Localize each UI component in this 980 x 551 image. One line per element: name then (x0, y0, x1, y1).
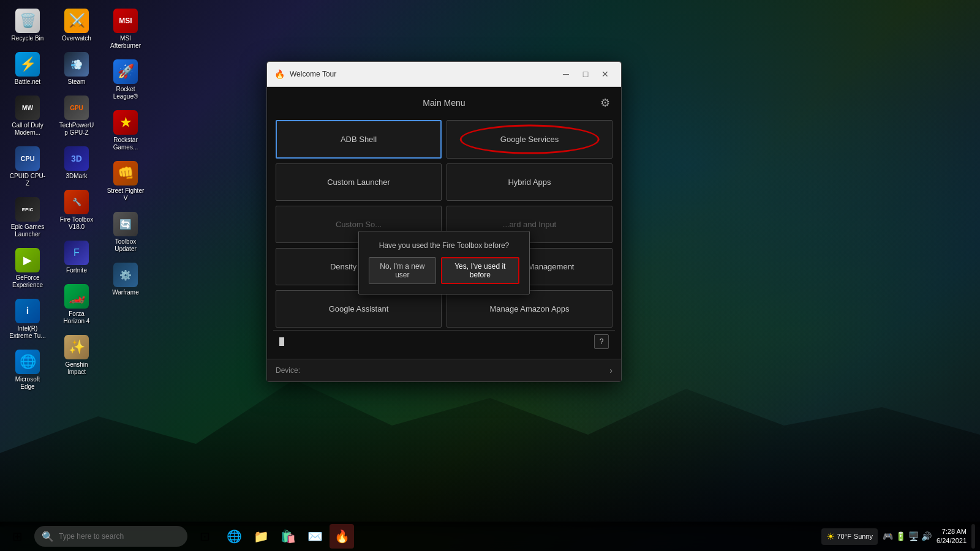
icon-sf[interactable]: 👊 Street Fighter V (104, 159, 147, 204)
new-user-button[interactable]: No, I'm a new user (369, 257, 436, 284)
edge-taskbar-icon: 🌐 (227, 529, 242, 544)
fire-taskbar-icon: 🔥 (334, 529, 350, 544)
firetoolbox-label: Fire Toolbox V18.0 (58, 216, 96, 231)
icon-cod[interactable]: MW Call of Duty Modern... (6, 93, 49, 139)
toolbox-updater-label: Toolbox Updater (107, 238, 145, 253)
help-button[interactable]: ? (594, 334, 609, 349)
steam-label: Steam (68, 78, 86, 86)
cod-icon: MW (15, 96, 40, 120)
forza-icon: 🏎️ (64, 284, 89, 309)
taskbar-clock[interactable]: 7:28 AM 6/24/2021 (937, 527, 967, 546)
device-label: Device: (276, 366, 609, 375)
icon-column-3: MSI MSI Afterburner 🚀 Rocket League® ★ R… (104, 6, 147, 299)
show-desktop-button[interactable] (971, 524, 975, 549)
explorer-taskbar-icon: 📁 (254, 529, 269, 544)
icon-column-2: ⚔️ Overwatch 💨 Steam GPU TechPowerUp GPU… (55, 6, 98, 378)
close-button[interactable]: ✕ (597, 67, 614, 81)
genshin-label: Genshin Impact (58, 361, 96, 376)
icon-cpuid[interactable]: CPU CPUID CPU-Z (6, 144, 49, 190)
custom-launcher-button[interactable]: Custom Launcher (276, 163, 442, 201)
recycle-bin-icon: 🗑️ (15, 9, 40, 33)
icon-overwatch[interactable]: ⚔️ Overwatch (55, 6, 98, 45)
icon-rocket[interactable]: 🚀 Rocket League® (104, 57, 147, 103)
popup-question: Have you used the Fire Toolbox before? (369, 241, 519, 250)
icon-warframe[interactable]: ⚙️ Warframe (104, 260, 147, 299)
epic-icon: EPIC (15, 197, 40, 222)
taskbar-search[interactable]: 🔍 (34, 526, 187, 547)
icon-techpowerup[interactable]: GPU TechPowerUp GPU-Z (55, 93, 98, 139)
icon-fortnite[interactable]: F Fortnite (55, 238, 98, 277)
icon-battlenet[interactable]: ⚡ Battle.net (6, 50, 49, 88)
start-icon: ⊞ (12, 529, 23, 544)
firetoolbox-popup: Have you used the Fire Toolbox before? N… (358, 231, 530, 294)
intel-icon: i (15, 299, 40, 323)
icon-forza[interactable]: 🏎️ Forza Horizon 4 (55, 282, 98, 328)
window-bottom-bar: ? (273, 330, 615, 353)
existing-user-button[interactable]: Yes, I've used it before (441, 257, 519, 284)
store-taskbar-button[interactable]: 🛍️ (276, 524, 300, 549)
window-header: Main Menu ⚙ (273, 93, 615, 113)
manage-amazon-button[interactable]: Manage Amazon Apps (447, 290, 612, 328)
minimize-button[interactable]: ─ (557, 67, 575, 81)
icon-edge[interactable]: 🌐 Microsoft Edge (6, 347, 49, 393)
icon-genshin[interactable]: ✨ Genshin Impact (55, 332, 98, 378)
weather-widget[interactable]: ☀ 70°F Sunny (821, 528, 878, 545)
mail-taskbar-button[interactable]: ✉️ (303, 524, 327, 549)
adb-shell-button[interactable]: ADB Shell (276, 120, 442, 159)
desktop: 🗑️ Recycle Bin ⚡ Battle.net MW Call of D… (0, 0, 980, 551)
google-services-button[interactable]: Google Services (447, 120, 612, 159)
terminal-input[interactable] (289, 337, 589, 346)
cpuid-label: CPUID CPU-Z (9, 173, 47, 187)
intel-label: Intel(R) Extreme Tu... (9, 325, 47, 340)
system-tray: 🎮 🔋 🖥️ 🔊 (883, 531, 932, 541)
msi-icon: MSI (113, 9, 138, 33)
settings-gear-icon[interactable]: ⚙ (600, 96, 610, 110)
weather-condition: Sunny (854, 533, 873, 540)
task-view-button[interactable]: ⊡ (192, 524, 217, 549)
cursor-caret (279, 337, 284, 346)
cod-label: Call of Duty Modern... (9, 122, 47, 137)
window-icon: 🔥 (274, 69, 285, 79)
start-button[interactable]: ⊞ (5, 524, 29, 549)
icon-recycle-bin[interactable]: 🗑️ Recycle Bin (6, 6, 49, 45)
popup-button-group: No, I'm a new user Yes, I've used it bef… (369, 257, 519, 284)
taskbar-date-display: 6/24/2021 (937, 536, 967, 545)
edge-label: Microsoft Edge (9, 376, 47, 391)
explorer-taskbar-button[interactable]: 📁 (249, 524, 273, 549)
geforce-icon: ▶ (15, 248, 40, 272)
maximize-button[interactable]: □ (577, 67, 594, 81)
edge-taskbar-button[interactable]: 🌐 (222, 524, 246, 549)
taskbar-search-input[interactable] (59, 532, 169, 541)
device-chevron-icon: › (609, 365, 612, 375)
3dmark-label: 3DMark (66, 173, 87, 180)
icon-rockstar[interactable]: ★ Rockstar Games... (104, 108, 147, 154)
icon-epic[interactable]: EPIC Epic Games Launcher (6, 195, 49, 241)
icon-geforce[interactable]: ▶ GeForce Experience (6, 246, 49, 291)
fire-taskbar-button[interactable]: 🔥 (330, 524, 354, 549)
techpowerup-label: TechPowerUp GPU-Z (58, 122, 96, 137)
sf-label: Street Fighter V (107, 187, 145, 202)
icon-msi[interactable]: MSI MSI Afterburner (104, 6, 147, 52)
weather-sun-icon: ☀ (826, 531, 835, 542)
desktop-icon-area: 🗑️ Recycle Bin ⚡ Battle.net MW Call of D… (6, 6, 150, 393)
icon-steam[interactable]: 💨 Steam (55, 50, 98, 88)
device-bar[interactable]: Device: › (267, 359, 621, 381)
titlebar-controls: ─ □ ✕ (557, 67, 614, 81)
window-content: Main Menu ⚙ ADB Shell Google Services Cu… (267, 87, 621, 359)
hybrid-apps-button[interactable]: Hybrid Apps (447, 163, 612, 201)
main-menu-title: Main Menu (423, 98, 465, 108)
taskbar: ⊞ 🔍 ⊡ 🌐 📁 🛍️ ✉️ 🔥 (0, 522, 980, 551)
icon-firetoolbox[interactable]: 🔧 Fire Toolbox V18.0 (55, 187, 98, 233)
icon-intel[interactable]: i Intel(R) Extreme Tu... (6, 296, 49, 342)
main-menu-grid: ADB Shell Google Services Custom Launche… (273, 118, 615, 330)
icon-toolbox-updater[interactable]: 🔄 Toolbox Updater (104, 209, 147, 255)
display-tray-icon: 🖥️ (908, 531, 919, 541)
google-assistant-button[interactable]: Google Assistant (276, 290, 442, 328)
window-title: Welcome Tour (290, 70, 552, 78)
rocket-icon: 🚀 (113, 59, 138, 84)
welcome-tour-window: 🔥 Welcome Tour ─ □ ✕ Main Menu ⚙ ADB She… (266, 61, 622, 382)
battery-tray-icon: 🔋 (895, 531, 906, 541)
icon-column-1: 🗑️ Recycle Bin ⚡ Battle.net MW Call of D… (6, 6, 49, 393)
sf-icon: 👊 (113, 161, 138, 186)
icon-3dmark[interactable]: 3D 3DMark (55, 144, 98, 182)
